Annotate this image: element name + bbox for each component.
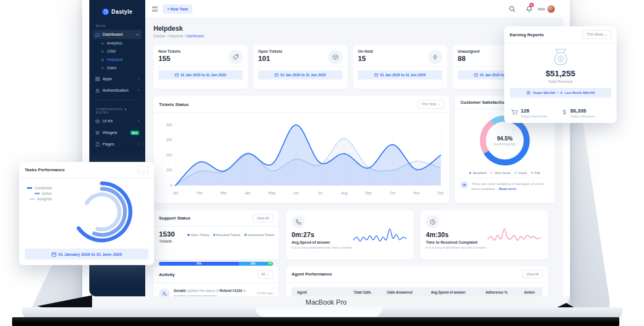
card-title: Tickets Status (159, 102, 189, 107)
breadcrumb-dashboard[interactable]: Dashboard (186, 34, 204, 38)
sidebar-item-apps[interactable]: Apps › (93, 74, 142, 83)
legend-good: Good (515, 171, 527, 175)
card-title: Support Status (159, 216, 190, 221)
dollar-icon: $ (561, 91, 562, 94)
legend-excellent: Excellent (469, 171, 486, 175)
target-pill: Target $90,000 / $ Last Month $68,550 (510, 88, 611, 98)
svg-text:400: 400 (166, 123, 172, 127)
sidebar-item-analytics[interactable]: Analytics (93, 39, 142, 47)
sidebar-item-crm[interactable]: CRM (93, 47, 142, 55)
date-range-picker[interactable]: 01 Jan 2020 to 31 Jun 2020 (258, 70, 343, 80)
sidebar-item-dashboard[interactable]: Dashboard (93, 30, 142, 39)
svg-text:$: $ (559, 57, 562, 61)
target-icon (526, 91, 531, 95)
progress-segment: 5% (267, 262, 273, 266)
column-calls-answered[interactable]: Calls Answered (379, 290, 420, 294)
read-more-link[interactable]: Read more (499, 187, 516, 190)
laptop-base-shadow (12, 317, 619, 326)
logo[interactable]: Dastyle (89, 0, 145, 16)
more-options-button[interactable]: ... (138, 166, 149, 174)
svg-text:0: 0 (170, 183, 172, 187)
date-range-picker[interactable]: 01 Jan 2020 to 31 Jun 2020 (358, 70, 442, 80)
sidebar-item-authentication[interactable]: Authentication › (93, 86, 142, 95)
column-agent[interactable]: Agent (292, 290, 345, 294)
sidebar-item-helpdesk[interactable]: Helpdesk (93, 55, 142, 64)
tasks-performance-card: Tasks Performance ... Completed Active A… (19, 162, 154, 265)
agent-performance-card: Agent Performance View All Agent Total C… (286, 266, 548, 296)
column-adherence[interactable]: Adherence % (477, 290, 516, 294)
bullet-icon (101, 42, 104, 44)
column-action[interactable]: Action (516, 290, 543, 294)
svg-text:Jul: Jul (318, 191, 323, 195)
chevron-right-icon: › (138, 88, 139, 92)
legend-dot-icon (187, 234, 190, 236)
column-total-calls[interactable]: Total Calls (345, 290, 379, 294)
sidebar-item-ui-kit[interactable]: UI Kit › (93, 116, 142, 126)
support-legend: Open Tickets Resolved Tickets Unresolved… (187, 233, 275, 237)
dashboard-app: Dastyle MAIN Dashboard Analytics (89, 0, 563, 296)
svg-text:Sep: Sep (365, 191, 372, 195)
sidebar-item-widgets[interactable]: Widgets New (93, 128, 142, 137)
breadcrumb-helpdesk[interactable]: Helpdesk (168, 34, 183, 38)
calendar-icon (275, 73, 278, 77)
progress-segment: 25% (239, 262, 267, 266)
chevron-right-icon: › (138, 142, 139, 146)
search-icon[interactable] (509, 5, 516, 13)
chevron-down-icon (136, 33, 139, 36)
legend-dot-icon (213, 234, 215, 236)
date-range-picker[interactable]: 01 Jan 2020 to 31 Jun 2020 (158, 70, 243, 80)
happiness-value: 94.5% (497, 136, 512, 142)
svg-text:$: $ (562, 109, 566, 115)
laptop-notch (256, 307, 382, 317)
legend-swatch-icon (30, 198, 35, 200)
tickets-status-card: Tickets Status This Year ⌄ JanFebMarAprM… (153, 96, 449, 203)
stat-card-open-tickets: Open Tickets 101 01 Jan 2020 to 31 Jun 2… (253, 45, 347, 89)
legend-dot-icon (469, 172, 471, 174)
file-icon (95, 142, 100, 147)
sidebar-item-sales[interactable]: Sales (93, 64, 142, 72)
user-update-icon (159, 288, 170, 296)
bullet-icon (101, 67, 104, 69)
chevron-down-icon: ⌄ (266, 272, 269, 276)
legend-dot-icon (244, 234, 247, 236)
activity-item[interactable]: Donald updated the status of Refund #123… (153, 283, 278, 296)
view-all-button[interactable]: View All (253, 214, 273, 222)
tasks-legend: Completed Active Assigned (27, 186, 52, 203)
svg-text:Feb: Feb (196, 191, 203, 195)
activity-filter-dropdown[interactable]: All ⌄ (258, 270, 273, 279)
package-icon (328, 50, 343, 64)
new-task-button[interactable]: + New Task (163, 4, 192, 14)
lock-icon (95, 88, 100, 93)
dollar-icon: $ (561, 109, 568, 116)
view-all-button[interactable]: View All (522, 270, 543, 278)
laptop-side-right (570, 121, 609, 307)
date-range-picker[interactable]: 01 January 2020 to 31 June 2020 (25, 249, 149, 260)
macbook-mockup: Dastyle MAIN Dashboard Analytics (0, 0, 644, 326)
svg-text:Mar: Mar (220, 191, 227, 195)
sidebar-section-components: COMPONENTS & EXTRA (89, 108, 145, 114)
card-title: Customer Satisfaction (460, 100, 507, 105)
speed-sparkline-chart (351, 224, 408, 248)
week-filter-dropdown[interactable]: This Week ⌄ (583, 30, 611, 39)
grid-icon (95, 77, 100, 81)
satisfaction-legend: Excellent Very Good Good Fair (455, 171, 555, 175)
column-avg-speed[interactable]: Avg.Speed of answer (420, 290, 477, 294)
avatar[interactable] (547, 5, 555, 13)
stat-card-new-tickets: New Tickets 155 01 Jan 2020 to 31 Jun 20… (153, 45, 248, 89)
activity-time: 10 Min ago (257, 291, 273, 295)
breadcrumb-dastyle[interactable]: Dastyle (153, 34, 166, 38)
tickets-status-chart: JanFebMarAprMayJunJulAugSepOctNovDec4003… (159, 115, 444, 202)
year-filter-dropdown[interactable]: This Year ⌄ (418, 100, 444, 109)
sidebar-item-pages[interactable]: Pages › (93, 139, 142, 149)
calendar-icon (374, 73, 378, 77)
page-title: Helpdesk (153, 25, 183, 32)
legend-unresolved-tickets: Unresolved Tickets (244, 233, 275, 237)
card-title: Agent Performance (292, 272, 332, 277)
sidebar-divider (95, 99, 140, 100)
menu-toggle-icon[interactable] (152, 7, 158, 13)
avg-speed-card: 0m:27s Avg.Speed of answer It is a long … (286, 210, 414, 260)
bullet-icon (101, 50, 104, 53)
calendar-icon (474, 73, 478, 77)
todays-new-order: 128 Today's New Order (511, 108, 561, 118)
card-title: Earning Reports (510, 32, 544, 37)
